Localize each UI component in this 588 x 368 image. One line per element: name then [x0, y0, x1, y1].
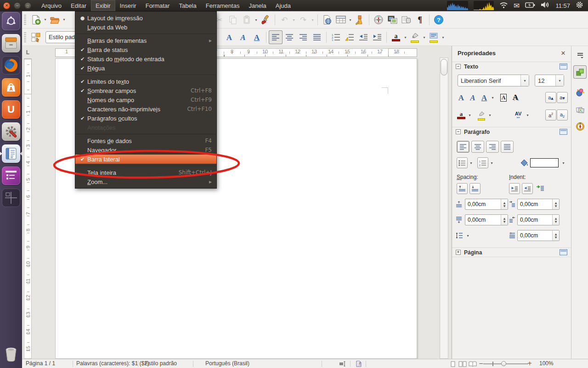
table-dropdown[interactable]: ▾ — [348, 13, 353, 27]
character-spacing-dropdown[interactable]: ▾ — [525, 109, 531, 121]
menu-item[interactable]: Fontes de dados F4 — [75, 136, 216, 145]
zoom-level[interactable]: 100% — [539, 360, 554, 367]
apply-style-icon[interactable] — [29, 30, 43, 44]
decrease-indent-icon[interactable] — [356, 30, 370, 44]
font-color-dropdown[interactable]: ▾ — [467, 109, 473, 121]
superscript-icon[interactable]: a2 — [545, 109, 556, 121]
book-view-icon[interactable] — [469, 361, 477, 368]
open-dropdown[interactable]: ▾ — [62, 13, 67, 27]
menubar-item[interactable]: Ajuda — [271, 0, 295, 11]
paragraph-background-dropdown[interactable]: ▾ — [560, 157, 566, 168]
font-name-combobox[interactable]: Liberation Serif ▾ — [458, 75, 529, 86]
align-center-icon[interactable] — [471, 141, 484, 153]
spin-stepper[interactable]: ▲▼ — [501, 199, 508, 209]
launcher-item-libreoffice-writer[interactable] — [2, 144, 20, 163]
bullets-icon[interactable] — [457, 157, 468, 168]
wifi-icon[interactable] — [499, 1, 508, 10]
numbering-icon[interactable]: 12 — [477, 157, 488, 168]
text-section-header[interactable]: − Texto — [452, 62, 571, 71]
launcher-item-ubuntu-one[interactable]: U — [2, 100, 20, 119]
tab-navigator[interactable]: N — [573, 120, 587, 133]
toolbar-grip[interactable] — [24, 32, 26, 42]
launcher-item-workspace-switcher[interactable] — [2, 189, 20, 207]
launcher-item-files[interactable] — [2, 34, 20, 52]
draw-functions-icon[interactable] — [353, 13, 367, 27]
insert-mode-icon[interactable] — [339, 361, 346, 368]
zoom-slider-thumb[interactable] — [501, 361, 506, 366]
bold-icon[interactable]: A — [222, 30, 236, 44]
menu-item[interactable]: Navegador F5 — [75, 145, 216, 155]
menu-item[interactable]: Zoom... ▸ — [75, 177, 216, 186]
menu-item[interactable]: ✔ Barra lateral — [75, 155, 216, 164]
new-document-button[interactable] — [29, 13, 43, 27]
menu-item[interactable]: ✔ Limites do texto — [75, 77, 216, 86]
launcher-item-ubuntu-dash[interactable] — [2, 12, 20, 30]
font-size-dropdown[interactable]: ▾ — [555, 75, 564, 86]
redo-icon[interactable]: ↷ — [296, 13, 310, 27]
tab-properties[interactable] — [573, 65, 587, 79]
panel-settings-icon[interactable] — [560, 63, 567, 69]
collapse-icon[interactable]: − — [456, 64, 461, 69]
highlighting-dropdown[interactable]: ▾ — [487, 109, 493, 121]
redo-dropdown[interactable]: ▾ — [310, 13, 315, 27]
line-spacing-icon[interactable] — [455, 230, 464, 241]
decrease-spacing-icon[interactable] — [469, 183, 481, 194]
justify-icon[interactable] — [310, 30, 324, 44]
launcher-item-trash[interactable] — [2, 345, 20, 363]
zoom-out-icon[interactable]: − — [479, 360, 483, 367]
help-icon[interactable]: ? — [432, 13, 446, 27]
menu-item[interactable]: ✔ Status do método de entrada — [75, 54, 216, 63]
paste-dropdown[interactable]: ▾ — [254, 13, 259, 27]
maximize-button[interactable]: ◻ — [24, 2, 31, 9]
open-button[interactable] — [48, 13, 62, 27]
underline-icon[interactable]: A — [479, 92, 490, 103]
menu-item[interactable]: Barras de ferramentas ▸ — [75, 36, 216, 45]
paragraph-background-color-icon[interactable] — [519, 157, 530, 168]
zoom-in-icon[interactable]: + — [527, 360, 532, 367]
menu-item[interactable]: ✔ Sombrear campos Ctrl+F8 — [75, 86, 216, 95]
decrease-indent-icon[interactable] — [522, 183, 533, 194]
sidebar-close-icon[interactable]: ✕ — [559, 49, 567, 57]
spin-stepper[interactable]: ▲▼ — [552, 215, 559, 225]
volume-icon[interactable] — [541, 1, 550, 10]
clock[interactable]: 11:57 — [555, 2, 570, 9]
network-history-graph-icon[interactable] — [474, 1, 494, 10]
launcher-item-software-center[interactable]: A — [2, 78, 20, 97]
menu-item[interactable]: Layout da Web — [75, 23, 216, 32]
increase-indent-icon[interactable] — [509, 183, 520, 194]
menubar-item[interactable]: Ferramentas — [201, 0, 244, 11]
expand-icon[interactable]: + — [456, 250, 461, 255]
before-indent-field[interactable]: 0,00cm ▲▼ — [517, 199, 560, 210]
paragraph-background-icon[interactable] — [427, 30, 441, 44]
document-modified-icon[interactable]: ! — [356, 361, 362, 368]
line-spacing-dropdown[interactable]: ▾ — [465, 230, 471, 241]
italic-icon[interactable]: A — [236, 30, 250, 44]
outline-icon[interactable]: A — [498, 92, 509, 103]
mail-icon[interactable]: ✉ — [514, 1, 520, 10]
spin-stepper[interactable]: ▲▼ — [501, 215, 508, 225]
data-sources-icon[interactable] — [399, 13, 413, 27]
highlighting-dropdown[interactable]: ▾ — [422, 30, 427, 44]
underline-icon[interactable]: A — [250, 30, 264, 44]
menu-item[interactable]: Nomes de campo Ctrl+F9 — [75, 95, 216, 104]
menu-item[interactable]: ● Layout de impressão — [75, 13, 216, 23]
menubar-item[interactable]: Tabela — [174, 0, 201, 11]
navigator-icon[interactable] — [372, 13, 385, 27]
minimize-button[interactable]: – — [14, 2, 21, 9]
align-right-icon[interactable] — [296, 30, 310, 44]
scrollbar-thumb[interactable] — [441, 59, 447, 75]
menu-item[interactable]: Anotações — [75, 123, 216, 132]
spin-stepper[interactable]: ▲▼ — [552, 230, 559, 241]
menubar-item[interactable]: Arquivo — [37, 0, 66, 11]
underline-dropdown[interactable]: ▾ — [490, 92, 496, 103]
font-name-dropdown[interactable]: ▾ — [520, 75, 529, 86]
clone-formatting-icon[interactable] — [259, 13, 272, 27]
launcher-item-system-settings[interactable] — [2, 122, 20, 141]
bold-icon[interactable]: A — [456, 92, 467, 103]
hanging-indent-icon[interactable] — [535, 183, 546, 194]
cpu-history-graph-icon[interactable] — [447, 1, 468, 10]
menu-item[interactable] — [75, 32, 216, 36]
collapse-icon[interactable]: − — [456, 129, 461, 134]
paste-icon[interactable] — [240, 13, 254, 27]
numbered-list-icon[interactable]: 123 — [329, 30, 343, 44]
